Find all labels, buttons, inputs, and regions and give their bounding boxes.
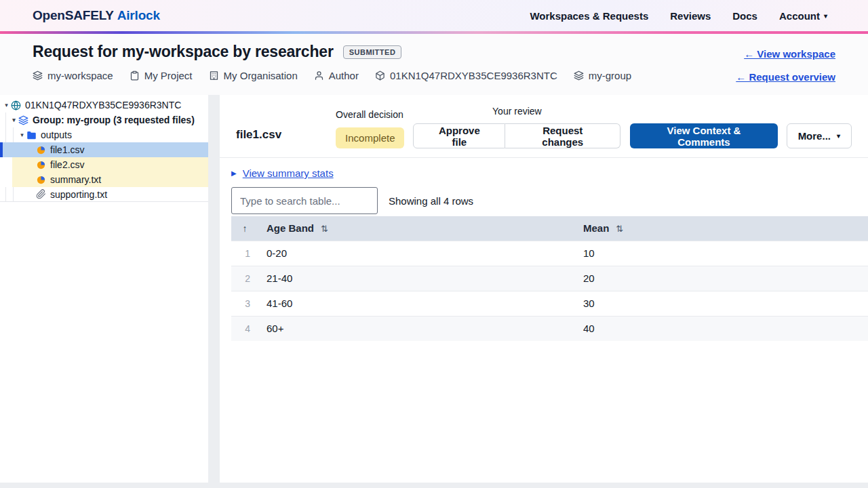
request-changes-button[interactable]: Request changes [505,123,620,148]
top-nav: OpenSAFELYAirlock Workspaces & Requests … [0,0,868,31]
page-title: Request for my-workspace by researcher [33,43,334,61]
your-review: Your review Approve file Request changes [413,106,620,148]
decision-badge: Incomplete [336,127,404,148]
chevron-down-icon: ▾ [824,12,827,20]
file-review-panel: file1.csv Overall decision Incomplete Yo… [220,95,868,483]
overall-decision: Overall decision Incomplete [336,109,404,148]
output-file-icon [36,144,47,155]
table-row: 1 0-20 10 [231,241,868,266]
triangle-right-icon: ▶ [231,169,237,177]
approve-file-button[interactable]: Approve file [413,123,505,148]
file-review-header: file1.csv Overall decision Incomplete Yo… [220,95,868,158]
cube-icon [375,70,385,81]
request-header: Request for my-workspace by researcher S… [0,34,868,95]
meta-group: my-group [574,70,631,81]
output-file-icon [36,159,47,170]
row-number-cell: 3 [231,291,258,316]
meta-request-id: 01KN1Q47RDXYB35CE9936R3NTC [375,70,557,81]
brand-logo[interactable]: OpenSAFELYAirlock [33,8,160,23]
table-row: 2 21-40 20 [231,266,868,291]
column-header-age-band[interactable]: Age Band⇅ [258,216,575,241]
view-workspace-link[interactable]: ← View workspace [744,48,835,60]
mean-cell: 40 [575,316,868,341]
content-area: ▾ 01KN1Q47RDXYB35CE9936R3NTC ▾ Group: my… [0,95,868,488]
age-band-cell: 21-40 [258,266,575,291]
nav-links: Workspaces & Requests Reviews Docs Accou… [530,10,827,22]
nav-account-menu[interactable]: Account ▾ [779,10,827,22]
sort-ascending-icon[interactable]: ↑ [243,223,248,234]
rows-count-text: Showing all 4 rows [389,195,473,207]
review-button-group: Approve file Request changes [413,123,620,148]
meta-workspace: my-workspace [33,70,113,81]
mean-cell: 10 [575,241,868,266]
output-file-icon [36,174,47,185]
paperclip-icon [36,189,47,200]
nav-workspaces-requests[interactable]: Workspaces & Requests [530,10,648,22]
tree-item-summary-txt[interactable]: summary.txt [0,172,208,187]
tree-item-file2-csv[interactable]: file2.csv [0,157,208,172]
globe-icon [11,100,22,110]
table-header-row: ↑ Age Band⇅ Mean⇅ [231,216,868,241]
table-row: 3 41-60 30 [231,291,868,316]
request-header-left: Request for my-workspace by researcher S… [33,43,631,95]
chevron-down-icon[interactable]: ▾ [2,102,11,108]
file-title: file1.csv [236,128,281,142]
tree-item-group[interactable]: ▾ Group: my-group (3 requested files) [0,113,208,127]
row-number-cell: 2 [231,266,258,291]
mean-cell: 30 [575,291,868,316]
nav-reviews[interactable]: Reviews [670,10,711,22]
tree-item-supporting-txt[interactable]: supporting.txt [0,187,208,202]
building-icon [209,70,219,81]
layers-icon [574,70,584,81]
layers-icon [33,70,43,81]
request-overview-link[interactable]: ← Request overview [736,71,835,83]
folder-icon [26,129,37,140]
layers-icon [18,115,29,125]
meta-project: My Project [130,70,193,81]
age-band-cell: 0-20 [258,241,575,266]
table-search-input[interactable] [231,187,378,214]
column-header-mean[interactable]: Mean⇅ [575,216,868,241]
mean-cell: 20 [575,266,868,291]
user-icon [314,70,324,81]
age-band-cell: 60+ [258,316,575,341]
clipboard-icon [130,70,140,81]
view-summary-stats-link[interactable]: ▶ View summary stats [231,167,334,179]
meta-author: Author [314,70,359,81]
chevron-down-icon[interactable]: ▾ [18,131,26,138]
tree-item-outputs-folder[interactable]: ▾ outputs [0,127,208,142]
row-number-cell: 4 [231,316,258,341]
chevron-down-icon: ▾ [837,132,840,140]
table-toolbar: Showing all 4 rows [231,187,868,214]
view-context-comments-button[interactable]: View Context & Comments [630,123,777,148]
row-number-header[interactable]: ↑ [231,216,258,241]
sort-toggle-icon[interactable]: ⇅ [616,224,623,234]
sort-toggle-icon[interactable]: ⇅ [321,224,328,234]
age-band-cell: 41-60 [258,291,575,316]
nav-docs[interactable]: Docs [732,10,757,22]
your-review-label: Your review [492,106,542,117]
status-badge: SUBMITTED [343,45,402,59]
brand-opensafely: OpenSAFELY [33,8,114,22]
row-number-cell: 1 [231,241,258,266]
brand-airlock: Airlock [117,8,160,22]
data-table: ↑ Age Band⇅ Mean⇅ 1 0-20 10 [231,216,868,341]
file-content-section: ▶ View summary stats Showing all 4 rows … [220,158,868,341]
table-row: 4 60+ 40 [231,316,868,341]
request-header-links: ← View workspace ← Request overview [736,43,835,95]
chevron-down-icon[interactable]: ▾ [9,117,18,123]
overall-decision-label: Overall decision [336,109,404,120]
request-meta: my-workspace My Project My Organisation … [33,70,631,81]
file-tree-sidebar: ▾ 01KN1Q47RDXYB35CE9936R3NTC ▾ Group: my… [0,95,208,483]
tree-item-file1-csv[interactable]: file1.csv [0,142,208,157]
more-button[interactable]: More... ▾ [787,123,852,148]
tree-item-request-root[interactable]: ▾ 01KN1Q47RDXYB35CE9936R3NTC [0,98,208,113]
meta-organisation: My Organisation [209,70,298,81]
